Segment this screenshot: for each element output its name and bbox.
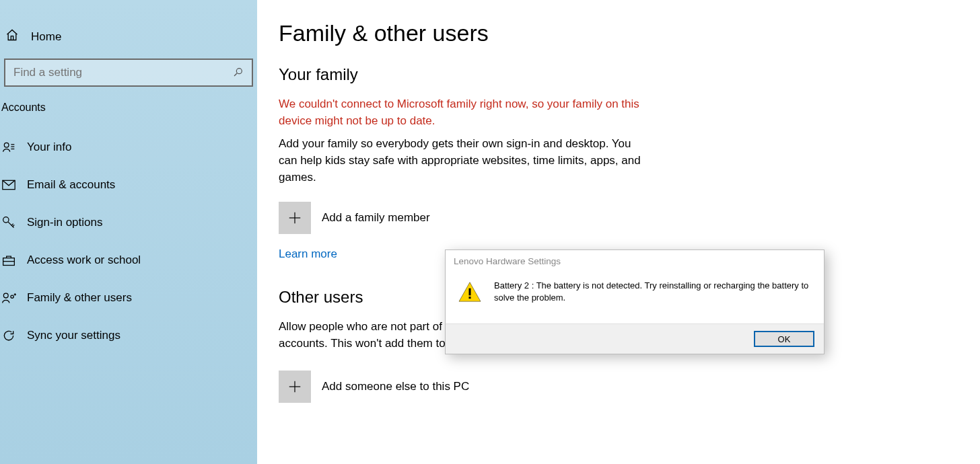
sidebar-item-family[interactable]: Family & other users xyxy=(0,283,257,313)
sync-icon xyxy=(1,329,16,342)
sidebar-item-signin[interactable]: Sign-in options xyxy=(0,208,257,237)
key-icon xyxy=(1,216,16,229)
svg-rect-20 xyxy=(468,297,470,299)
sidebar-item-sync[interactable]: Sync your settings xyxy=(0,321,257,350)
svg-point-7 xyxy=(3,217,9,223)
search-box[interactable] xyxy=(4,59,253,87)
plus-icon xyxy=(279,371,311,403)
family-description: Add your family so everybody gets their … xyxy=(279,136,649,186)
settings-sidebar: Home Accounts Your info Email & accounts xyxy=(0,0,257,464)
ok-button[interactable]: OK xyxy=(754,331,814,347)
people-icon xyxy=(1,291,16,305)
sidebar-item-label: Sign-in options xyxy=(27,216,102,229)
dialog-message: Battery 2 : The battery is not detected.… xyxy=(494,280,812,305)
plus-icon xyxy=(279,202,311,234)
search-input[interactable] xyxy=(13,66,233,79)
family-error-text: We couldn't connect to Microsoft family … xyxy=(279,96,649,129)
svg-point-0 xyxy=(236,68,242,73)
sidebar-item-label: Sync your settings xyxy=(27,329,120,342)
sidebar-item-email[interactable]: Email & accounts xyxy=(0,170,257,200)
family-heading: Your family xyxy=(279,65,884,84)
sidebar-item-label: Your info xyxy=(27,141,71,154)
hardware-alert-dialog: Lenovo Hardware Settings Battery 2 : The… xyxy=(445,249,825,354)
dialog-body: Battery 2 : The battery is not detected.… xyxy=(446,270,824,323)
sidebar-item-work[interactable]: Access work or school xyxy=(0,245,257,275)
ok-button-label: OK xyxy=(778,334,791,344)
home-button[interactable]: Home xyxy=(0,24,257,49)
search-icon xyxy=(233,67,244,79)
sidebar-item-label: Email & accounts xyxy=(27,178,115,192)
sidebar-item-your-info[interactable]: Your info xyxy=(0,132,257,162)
sidebar-section-title: Accounts xyxy=(0,98,257,118)
add-other-label: Add someone else to this PC xyxy=(322,380,469,393)
svg-point-10 xyxy=(3,293,8,298)
home-icon xyxy=(5,28,31,45)
svg-point-2 xyxy=(4,143,9,147)
home-label: Home xyxy=(31,30,61,44)
svg-line-1 xyxy=(234,73,237,76)
mail-icon xyxy=(1,180,16,190)
learn-more-link[interactable]: Learn more xyxy=(279,247,337,261)
svg-point-11 xyxy=(11,295,13,298)
dialog-title: Lenovo Hardware Settings xyxy=(446,250,824,270)
page-title: Family & other users xyxy=(279,20,884,46)
add-family-member-button[interactable]: Add a family member xyxy=(279,202,884,234)
add-family-label: Add a family member xyxy=(322,211,430,225)
sidebar-item-label: Family & other users xyxy=(27,291,132,305)
svg-rect-19 xyxy=(468,288,470,296)
briefcase-icon xyxy=(1,254,16,266)
dialog-footer: OK xyxy=(446,323,824,354)
main-content: Family & other users Your family We coul… xyxy=(279,20,884,416)
sidebar-item-label: Access work or school xyxy=(27,254,141,267)
warning-icon xyxy=(458,281,482,305)
person-icon xyxy=(1,141,16,154)
add-other-user-button[interactable]: Add someone else to this PC xyxy=(279,371,884,403)
